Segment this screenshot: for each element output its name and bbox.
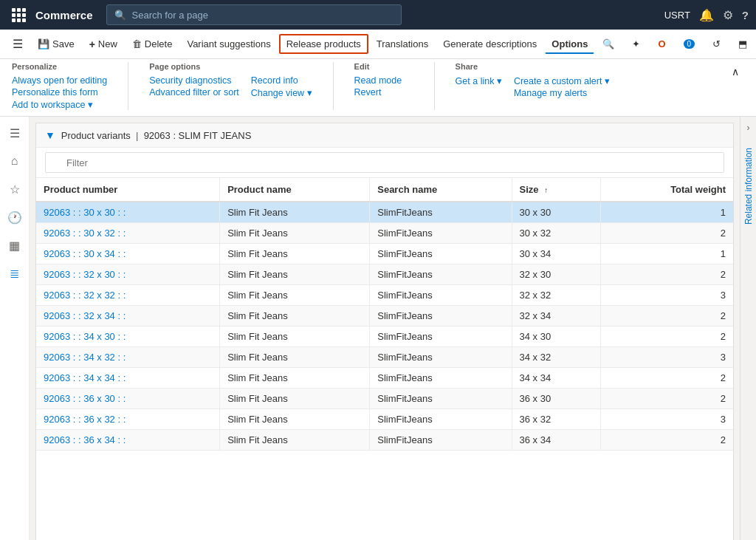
cell-total-weight: 2 (600, 389, 733, 409)
right-panel[interactable]: › Related information (740, 117, 756, 540)
ribbon-always-open[interactable]: Always open for editing (12, 75, 107, 86)
product-number-link[interactable]: 92063 : : 32 x 30 : : (44, 269, 126, 280)
ribbon-manage-alerts[interactable]: Manage my alerts (514, 88, 610, 98)
cell-product-number[interactable]: 92063 : : 34 x 30 : : (36, 327, 220, 347)
global-search[interactable]: 🔍 Search for a page (106, 4, 402, 25)
table-row[interactable]: 92063 : : 30 x 32 : : Slim Fit Jeans Sli… (36, 223, 733, 244)
cell-total-weight: 2 (600, 223, 733, 244)
settings-icon[interactable]: ⚙ (723, 8, 733, 22)
product-number-link[interactable]: 92063 : : 30 x 32 : : (44, 228, 126, 239)
cell-size: 34 x 30 (512, 327, 600, 347)
product-number-link[interactable]: 92063 : : 32 x 34 : : (44, 310, 126, 321)
col-header-search-name[interactable]: Search name (370, 178, 512, 202)
ribbon-change-view[interactable]: Change view ▾ (251, 87, 312, 98)
sidebar-recent[interactable]: 🕐 (1, 204, 28, 230)
ribbon-read-mode[interactable]: Read mode (354, 75, 413, 86)
filter-icon[interactable]: ▼ (45, 129, 55, 141)
breadcrumb-value: 92063 : SLIM FIT JEANS (144, 130, 252, 141)
product-number-link[interactable]: 92063 : : 32 x 32 : : (44, 290, 126, 301)
table-row[interactable]: 92063 : : 36 x 30 : : Slim Fit Jeans Sli… (36, 389, 733, 409)
ribbon-record-info[interactable]: Record info (251, 75, 312, 86)
ribbon-security-diagnostics[interactable]: Security diagnostics (149, 75, 239, 86)
ribbon-personalize-form[interactable]: Personalize this form (12, 87, 107, 98)
cell-product-number[interactable]: 92063 : : 34 x 34 : : (36, 368, 220, 389)
product-number-link[interactable]: 92063 : : 36 x 30 : : (44, 393, 126, 404)
hamburger-button[interactable]: ☰ (6, 33, 30, 55)
product-number-link[interactable]: 92063 : : 36 x 34 : : (44, 434, 126, 445)
product-number-link[interactable]: 92063 : : 34 x 30 : : (44, 331, 126, 342)
cell-product-name: Slim Fit Jeans (220, 347, 370, 368)
col-header-product-name[interactable]: Product name (220, 178, 370, 202)
cell-product-number[interactable]: 92063 : : 32 x 34 : : (36, 306, 220, 327)
table-row[interactable]: 92063 : : 32 x 30 : : Slim Fit Jeans Sli… (36, 264, 733, 285)
cell-product-number[interactable]: 92063 : : 36 x 30 : : (36, 389, 220, 409)
sidebar-workspaces[interactable]: ▦ (1, 232, 28, 259)
cell-size: 36 x 34 (512, 430, 600, 451)
col-header-total-weight[interactable]: Total weight (600, 178, 733, 202)
col-header-product-number[interactable]: Product number (36, 178, 220, 202)
ribbon: Personalize Always open for editing Pers… (0, 59, 756, 117)
ribbon-collapse-button[interactable]: ∧ (726, 64, 744, 80)
table-row[interactable]: 92063 : : 34 x 34 : : Slim Fit Jeans Sli… (36, 368, 733, 389)
sidebar-favorites[interactable]: ☆ (1, 176, 28, 202)
app-grid-button[interactable] (7, 4, 30, 26)
top-nav-right: USRT 🔔 ⚙ ? (664, 8, 749, 22)
ribbon-revert[interactable]: Revert (354, 87, 413, 98)
release-products-button[interactable]: Release products (279, 34, 368, 54)
product-number-link[interactable]: 92063 : : 30 x 30 : : (44, 207, 126, 218)
options-label: Options (551, 38, 588, 49)
generate-descriptions-button[interactable]: Generate descriptions (436, 35, 543, 53)
product-number-link[interactable]: 92063 : : 34 x 32 : : (44, 352, 126, 363)
office-icon-button[interactable]: O (651, 35, 672, 53)
table-row[interactable]: 92063 : : 32 x 32 : : Slim Fit Jeans Sli… (36, 285, 733, 306)
ribbon-advanced-filter[interactable]: Advanced filter or sort (149, 87, 239, 98)
ribbon-add-workspace[interactable]: Add to workspace ▾ (12, 99, 107, 110)
refresh-button[interactable]: ↺ (706, 35, 727, 53)
col-header-size[interactable]: Size ↑ (512, 178, 600, 202)
plus-icon: + (89, 38, 95, 50)
cell-search-name: SlimFitJeans (370, 264, 512, 285)
notification-count-button[interactable]: 0 (677, 35, 702, 52)
product-number-link[interactable]: 92063 : : 30 x 34 : : (44, 248, 126, 259)
sidebar-modules[interactable]: ≣ (1, 260, 28, 287)
cell-product-number[interactable]: 92063 : : 32 x 32 : : (36, 285, 220, 306)
delete-button[interactable]: 🗑 Delete (126, 35, 179, 53)
table-row[interactable]: 92063 : : 34 x 30 : : Slim Fit Jeans Sli… (36, 327, 733, 347)
table-row[interactable]: 92063 : : 36 x 32 : : Slim Fit Jeans Sli… (36, 409, 733, 430)
options-button[interactable]: Options (545, 35, 594, 54)
cell-product-number[interactable]: 92063 : : 30 x 32 : : (36, 223, 220, 244)
cell-product-number[interactable]: 92063 : : 30 x 30 : : (36, 202, 220, 223)
filter-bar: 🔍 (36, 148, 733, 178)
personalize-toolbar-button[interactable]: ✦ (625, 35, 647, 53)
sidebar-hamburger[interactable]: ☰ (1, 120, 28, 146)
filter-input[interactable] (45, 152, 724, 173)
content-area: ▼ Product variants | 92063 : SLIM FIT JE… (35, 123, 734, 540)
cell-product-number[interactable]: 92063 : : 32 x 30 : : (36, 264, 220, 285)
export-button[interactable]: ⬒ (732, 35, 754, 53)
translations-button[interactable]: Translations (370, 35, 435, 53)
ribbon-create-alert[interactable]: Create a custom alert ▾ (514, 75, 610, 86)
sidebar-home[interactable]: ⌂ (1, 148, 28, 174)
table-row[interactable]: 92063 : : 36 x 34 : : Slim Fit Jeans Sli… (36, 430, 733, 451)
new-button[interactable]: + New (83, 35, 124, 54)
product-number-link[interactable]: 92063 : : 34 x 34 : : (44, 372, 126, 383)
cell-product-number[interactable]: 92063 : : 30 x 34 : : (36, 244, 220, 264)
table-row[interactable]: 92063 : : 30 x 34 : : Slim Fit Jeans Sli… (36, 244, 733, 264)
export-icon: ⬒ (738, 38, 747, 49)
product-number-link[interactable]: 92063 : : 36 x 32 : : (44, 414, 126, 425)
table-row[interactable]: 92063 : : 32 x 34 : : Slim Fit Jeans Sli… (36, 306, 733, 327)
save-button[interactable]: 💾 Save (31, 35, 81, 53)
ribbon-get-link[interactable]: Get a link ▾ (456, 75, 502, 86)
table-row[interactable]: 92063 : : 30 x 30 : : Slim Fit Jeans Sli… (36, 202, 733, 223)
search-placeholder: Search for a page (132, 10, 208, 21)
notification-icon[interactable]: 🔔 (699, 8, 714, 22)
ribbon-group-page-options: Page options Security diagnostics Advanc… (149, 62, 312, 110)
cell-product-number[interactable]: 92063 : : 36 x 32 : : (36, 409, 220, 430)
cell-product-number[interactable]: 92063 : : 36 x 34 : : (36, 430, 220, 451)
cell-product-number[interactable]: 92063 : : 34 x 32 : : (36, 347, 220, 368)
table-row[interactable]: 92063 : : 34 x 32 : : Slim Fit Jeans Sli… (36, 347, 733, 368)
variant-suggestions-button[interactable]: Variant suggestions (180, 35, 277, 53)
help-icon[interactable]: ? (742, 9, 749, 21)
new-label: New (98, 38, 117, 49)
search-toolbar-button[interactable]: 🔍 (596, 35, 621, 53)
